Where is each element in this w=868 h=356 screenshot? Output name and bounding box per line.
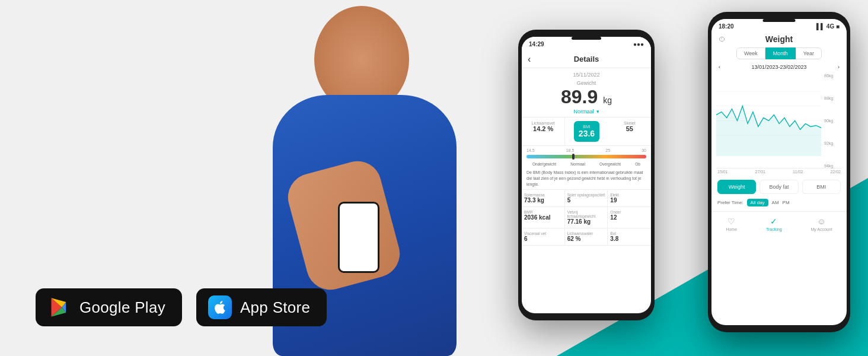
chart-area-fill: [716, 106, 821, 156]
tracking-icon: ✓: [770, 217, 777, 226]
chart-x1: 15/01: [717, 170, 728, 174]
spier-value: 5: [567, 197, 605, 204]
google-play-label: Google Play: [79, 298, 165, 317]
vetvrij-label: Vetvrij lichaamsgewicht: [567, 210, 605, 218]
phone2-title: Weight: [726, 34, 832, 44]
bot-cell: Bot 3.8: [608, 228, 651, 246]
tab-year[interactable]: Year: [796, 47, 822, 59]
bmr-value: 2036 kcal: [524, 214, 562, 221]
phone2-signal: ▌▌ 4G ■: [816, 23, 840, 30]
chart-line-area: [716, 80, 821, 156]
app-store-button[interactable]: App Store: [196, 288, 327, 326]
status-text: Normaal: [573, 109, 593, 115]
chevron-down-icon: ▾: [596, 109, 599, 115]
onder-cell: Onder 12: [608, 207, 651, 228]
nav-tracking-label: Tracking: [766, 227, 782, 231]
clock-icon: ⏲: [719, 35, 726, 43]
nav-home[interactable]: ♡ Home: [726, 217, 737, 231]
bmi-bar: [526, 155, 646, 158]
nav-tracking[interactable]: ✓ Tracking: [766, 217, 782, 231]
bot-value: 3.8: [610, 236, 649, 242]
spiermassa-cell: Spiermassa 73.3 kg: [522, 190, 565, 207]
prev-date-icon[interactable]: ‹: [719, 64, 720, 70]
phone2-date-nav: ‹ 13/01/2023-23/02/2023 ›: [711, 64, 847, 74]
bmi-metric-btn[interactable]: BMI: [802, 180, 841, 194]
bmi-indicator: [572, 154, 575, 160]
body-fat-metric-btn[interactable]: Body fat: [760, 180, 798, 194]
phone1-time: 14:29: [529, 41, 544, 47]
bot-label: Bot: [610, 231, 649, 236]
lichaamswater-label: Lichaamswater: [567, 231, 605, 236]
spiermassa-label: Spiermassa: [524, 193, 562, 197]
spier-cell: Spier opslagcapaciteit 5: [565, 190, 608, 207]
phone2-header: ⏲ Weight ⏲: [711, 33, 847, 47]
bmi-highlighted: BMI 23.6: [574, 121, 599, 142]
skelet-value: 55: [611, 125, 649, 132]
back-icon[interactable]: ‹: [528, 54, 531, 65]
bmi-label: BMI: [579, 125, 595, 129]
elekt-value: 19: [610, 197, 649, 204]
bmr-cell: BMR 2036 kcal: [522, 207, 565, 228]
prefer-time-row: Prefer Time: All day AM PM: [711, 199, 847, 206]
chart-y-labels: 86kg 88kg 90kg 92kg 94kg: [824, 74, 842, 168]
phone2-time: 18:20: [719, 23, 734, 30]
nav-account[interactable]: ☺ My Account: [810, 217, 832, 231]
vetvrij-value: 77.16 kg: [567, 218, 605, 225]
app-store-label: App Store: [240, 298, 310, 317]
nav-home-label: Home: [726, 227, 737, 231]
nav-account-label: My Account: [810, 227, 832, 231]
home-icon: ♡: [727, 217, 735, 226]
prefer-label: Prefer Time:: [717, 200, 743, 205]
account-icon: ☺: [817, 217, 825, 226]
lichaamswater-cell: Lichaamswater 62 %: [565, 228, 608, 246]
spiermassa-value: 73.3 kg: [524, 197, 562, 204]
visceraal-label: Visceraal vet: [524, 231, 562, 236]
page-container: Google Play App Store 14:29 ●●●: [0, 0, 868, 356]
skelet-cell: Skelet 55: [608, 117, 651, 145]
app-store-icon: [208, 295, 232, 319]
tab-week[interactable]: Week: [736, 47, 765, 59]
bmi-value: 23.6: [579, 129, 595, 138]
store-buttons-container: Google Play App Store: [36, 288, 327, 326]
tab-month[interactable]: Month: [765, 47, 796, 59]
chart-y1: 94kg: [824, 164, 842, 168]
visceraal-cell: Visceraal vet 6: [522, 228, 565, 246]
phone1-date: 15/11/2022: [522, 68, 651, 79]
phone2-chart: 86kg 88kg 90kg 92kg 94kg: [716, 74, 842, 169]
phone1-weight-value: 89.9 kg: [522, 87, 651, 106]
chart-y2: 92kg: [824, 141, 842, 145]
lichaamsvet-cell: Lichaamsvet 14.2 %: [522, 117, 565, 145]
phones-container: 14:29 ●●● ‹ Details 15/11/2022 Gewicht 8…: [518, 12, 850, 350]
weight-metric-btn[interactable]: Weight: [717, 180, 756, 194]
chart-x-labels: 15/01 27/01 11/02 22/02: [711, 169, 847, 175]
chart-y4: 88kg: [824, 96, 842, 100]
lichaamsvet-label: Lichaamsvet: [524, 121, 562, 125]
elekt-label: Elekt: [610, 193, 649, 197]
bmi-categories: Ondergewicht Normaal Overgewicht Ob: [522, 161, 651, 167]
weight-unit: kg: [603, 96, 612, 105]
bmi-cell-highlighted: BMI 23.6: [565, 117, 608, 145]
onder-value: 12: [610, 214, 649, 221]
chart-x2: 27/01: [755, 170, 765, 174]
onder-label: Onder: [610, 210, 649, 214]
phone1-status-badge: Normaal ▾: [522, 109, 651, 115]
google-play-button[interactable]: Google Play: [36, 288, 182, 326]
phone1-device: 14:29 ●●● ‹ Details 15/11/2022 Gewicht 8…: [518, 30, 655, 320]
lichaamswater-value: 62 %: [567, 236, 605, 242]
prefer-allday[interactable]: All day: [747, 199, 768, 206]
bmi-description: De BMI (Body Mass Index) is een internat…: [522, 167, 651, 189]
lichaamsvet-value: 14.2 %: [524, 125, 562, 132]
chart-y3: 90kg: [824, 119, 842, 123]
vetvrij-cell: Vetvrij lichaamsgewicht 77.16 kg: [565, 207, 608, 228]
spier-label: Spier opslagcapaciteit: [567, 193, 605, 197]
phone2-screen: 18:20 ▌▌ 4G ■ ⏲ Weight ⏲ Week Month Year: [711, 19, 847, 325]
prefer-pm[interactable]: PM: [783, 200, 790, 205]
bmr-label: BMR: [524, 210, 562, 214]
next-date-icon[interactable]: ›: [838, 64, 840, 70]
prefer-am[interactable]: AM: [772, 200, 779, 205]
visceraal-value: 6: [524, 236, 562, 242]
chart-svg: [716, 80, 821, 156]
phone1-signal: ●●●: [633, 41, 644, 47]
google-play-icon: [47, 295, 71, 319]
phone1-more-metrics: Spiermassa 73.3 kg Spier opslagcapacitei…: [522, 189, 651, 246]
